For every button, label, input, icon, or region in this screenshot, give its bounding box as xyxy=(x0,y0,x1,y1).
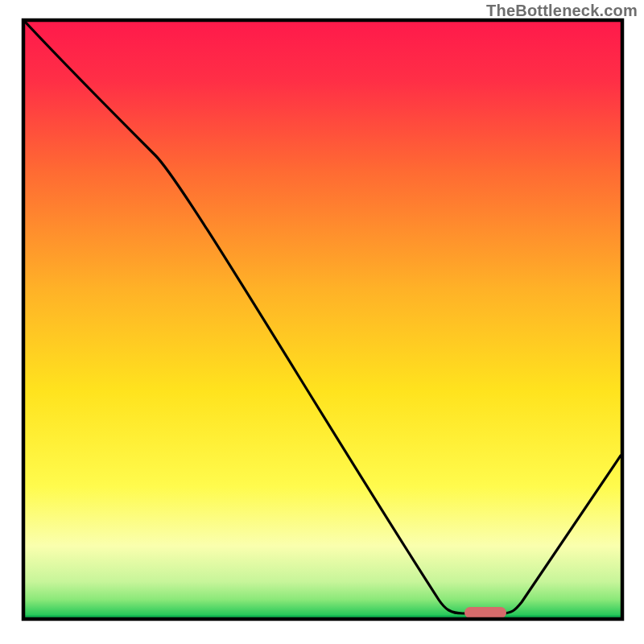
plot-background xyxy=(25,22,621,617)
chart-svg xyxy=(0,0,644,644)
watermark-text: TheBottleneck.com xyxy=(486,2,638,20)
chart-container: TheBottleneck.com xyxy=(0,0,644,644)
target-range-marker xyxy=(464,607,506,618)
